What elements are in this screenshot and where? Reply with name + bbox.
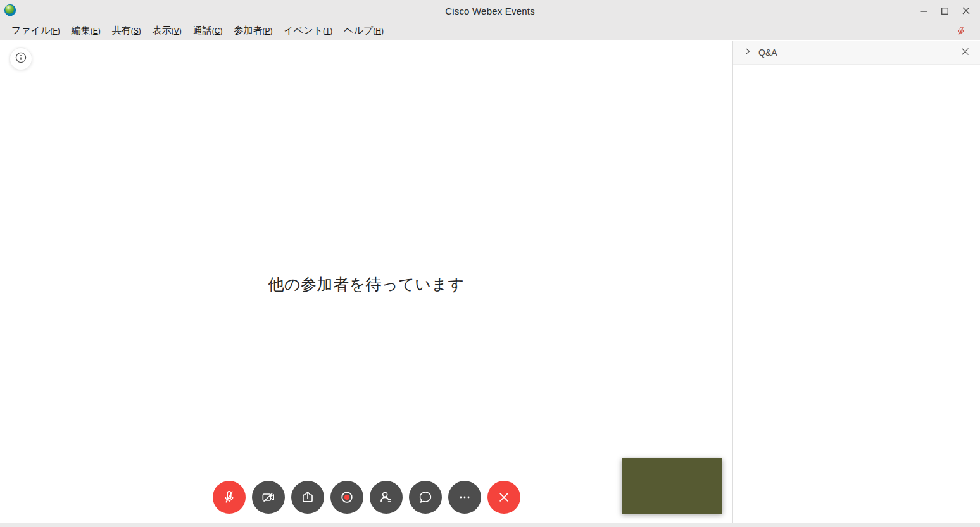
more-icon [456,489,473,505]
close-icon [961,47,969,58]
camera-off-icon [260,489,277,505]
qa-panel: Q&A [733,41,980,523]
qa-panel-title: Q&A [758,47,777,58]
participants-icon [378,489,394,505]
more-options-button[interactable] [448,481,481,514]
close-window-button[interactable] [955,0,976,22]
camera-button[interactable] [252,481,285,514]
share-icon [299,489,316,505]
chevron-right-icon [743,47,752,58]
chat-icon [417,489,434,505]
leave-event-button[interactable] [487,481,520,514]
self-video-thumbnail[interactable] [622,458,722,514]
menu-item-event[interactable]: イベントT [279,22,337,39]
title-bar: Cisco Webex Events [0,0,980,22]
mic-muted-icon [221,489,237,505]
qa-collapse-button[interactable] [742,47,753,58]
meeting-controls-toolbar [213,481,520,514]
menu-item-call[interactable]: 通話C [188,22,228,39]
minimize-button[interactable] [914,0,934,22]
meeting-info-button[interactable] [9,47,32,70]
record-button[interactable] [330,481,363,514]
close-icon [496,489,512,505]
mute-button[interactable] [213,481,246,514]
menu-item-edit[interactable]: 編集E [66,22,106,39]
menu-bar: ファイルF 編集E 共有S 表示V 通話C 参加者P イベントT ヘルプH [0,22,980,40]
menu-item-view[interactable]: 表示V [148,22,187,39]
qa-panel-body [733,65,980,523]
menu-item-help[interactable]: ヘルプH [339,22,389,39]
menu-item-participants[interactable]: 参加者P [229,22,277,39]
qa-panel-header: Q&A [733,41,980,65]
waiting-message: 他の参加者を待っています [0,274,732,295]
menu-item-file[interactable]: ファイルF [6,22,65,39]
window-bottom-edge [0,523,980,527]
meeting-stage: 他の参加者を待っています [0,41,733,523]
window-title: Cisco Webex Events [0,0,980,22]
share-content-button[interactable] [291,481,324,514]
maximize-button[interactable] [934,0,955,22]
record-icon [339,489,355,505]
participants-button[interactable] [370,481,403,514]
mic-muted-status-icon [956,25,966,37]
chat-button[interactable] [409,481,442,514]
menu-item-share[interactable]: 共有S [107,22,146,39]
qa-close-button[interactable] [958,46,971,59]
info-icon [15,51,27,66]
window-controls [914,0,976,22]
